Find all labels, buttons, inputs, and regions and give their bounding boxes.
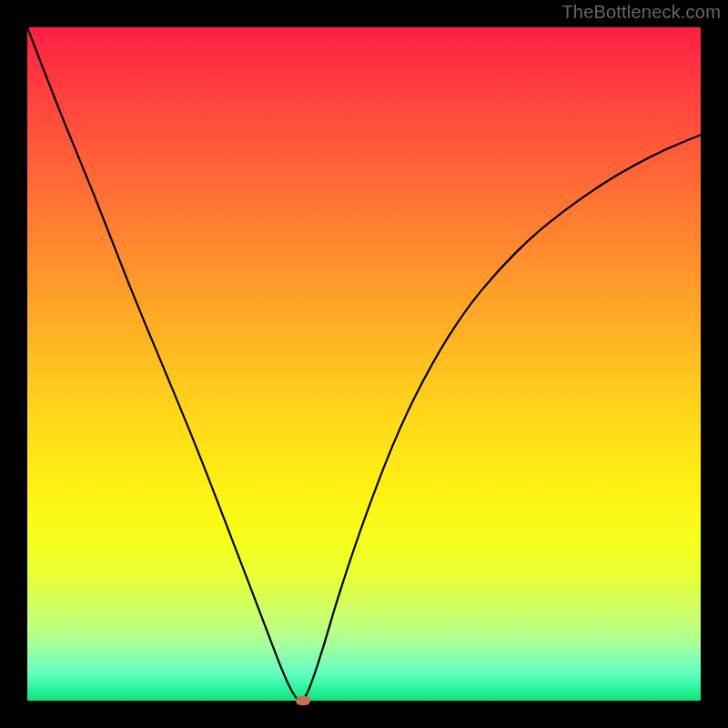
watermark-text: TheBottleneck.com <box>561 2 721 23</box>
bottleneck-curve <box>27 27 701 701</box>
chart-frame: TheBottleneck.com <box>0 0 728 728</box>
optimum-marker <box>296 696 310 705</box>
plot-area <box>27 27 701 701</box>
curve-path <box>27 27 701 701</box>
